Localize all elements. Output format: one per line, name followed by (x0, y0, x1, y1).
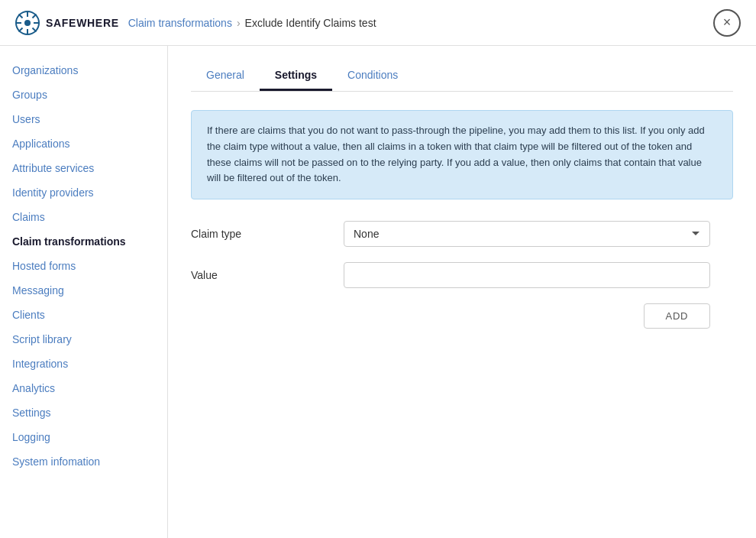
value-row: Value (191, 262, 733, 288)
breadcrumb-link[interactable]: Claim transformations (128, 17, 232, 29)
claim-type-row: Claim type None (191, 221, 733, 247)
info-text: If there are claims that you do not want… (207, 125, 705, 183)
breadcrumb: Claim transformations › Exclude Identify… (128, 17, 376, 29)
header: SAFEWHERE Claim transformations › Exclud… (0, 0, 756, 46)
sidebar-item-attribute-services[interactable]: Attribute services (0, 156, 167, 180)
sidebar-item-hosted-forms[interactable]: Hosted forms (0, 254, 167, 278)
breadcrumb-current: Exclude Identify Claims test (245, 17, 376, 29)
svg-point-1 (24, 20, 31, 26)
sidebar-item-claim-transformations[interactable]: Claim transformations (0, 229, 167, 254)
value-input[interactable] (344, 262, 710, 288)
header-left: SAFEWHERE Claim transformations › Exclud… (15, 11, 376, 35)
sidebar-item-applications[interactable]: Applications (0, 131, 167, 156)
brand-name: SAFEWHERE (46, 17, 119, 29)
claim-type-label: Claim type (191, 228, 344, 240)
add-button-row: ADD (191, 303, 710, 329)
sidebar-item-clients[interactable]: Clients (0, 303, 167, 327)
sidebar-item-organizations[interactable]: Organizations (0, 58, 167, 83)
sidebar-item-analytics[interactable]: Analytics (0, 376, 167, 400)
sidebar: Organizations Groups Users Applications … (0, 46, 168, 538)
sidebar-item-messaging[interactable]: Messaging (0, 278, 167, 303)
claim-type-select[interactable]: None (344, 221, 710, 247)
tab-bar: General Settings Conditions (191, 61, 733, 92)
sidebar-item-script-library[interactable]: Script library (0, 327, 167, 352)
sidebar-item-groups[interactable]: Groups (0, 83, 167, 107)
tab-settings[interactable]: Settings (260, 61, 332, 91)
value-label: Value (191, 269, 344, 281)
sidebar-item-users[interactable]: Users (0, 107, 167, 131)
logo: SAFEWHERE (15, 11, 119, 35)
sidebar-item-logging[interactable]: Logging (0, 425, 167, 449)
main-content: General Settings Conditions If there are… (168, 46, 756, 538)
sidebar-item-system-information[interactable]: System infomation (0, 449, 167, 474)
tab-general[interactable]: General (191, 61, 260, 91)
close-icon: × (723, 15, 732, 31)
claim-type-control: None (344, 221, 710, 247)
sidebar-item-settings[interactable]: Settings (0, 400, 167, 425)
sidebar-item-integrations[interactable]: Integrations (0, 352, 167, 376)
add-button[interactable]: ADD (644, 303, 710, 329)
info-box: If there are claims that you do not want… (191, 110, 733, 199)
close-button[interactable]: × (713, 9, 741, 37)
tab-conditions[interactable]: Conditions (332, 61, 413, 91)
sidebar-item-identity-providers[interactable]: Identity providers (0, 180, 167, 205)
value-control (344, 262, 710, 288)
breadcrumb-separator: › (237, 17, 241, 29)
sidebar-item-claims[interactable]: Claims (0, 205, 167, 229)
layout: Organizations Groups Users Applications … (0, 46, 756, 538)
logo-icon (15, 11, 40, 35)
